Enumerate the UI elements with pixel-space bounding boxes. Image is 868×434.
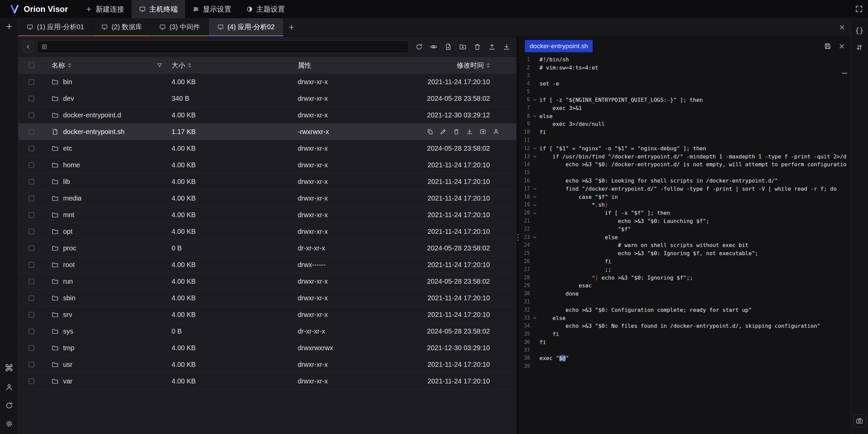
fold-chevron-icon[interactable] <box>530 145 539 153</box>
terminal-icon <box>159 24 166 30</box>
back-button[interactable] <box>22 41 34 53</box>
copy-icon[interactable] <box>427 128 433 135</box>
close-editor-icon[interactable] <box>838 43 845 50</box>
fold-chevron-icon[interactable] <box>530 209 539 217</box>
code-editor[interactable]: 1#!/bin/sh2# vim:sw=4:ts=4:et34set -e56i… <box>520 56 850 434</box>
file-row[interactable]: home4.00 KBdrwxr-xr-x2021-11-24 17:20:10 <box>18 157 516 173</box>
file-row[interactable]: sbin4.00 KBdrwxr-xr-x2021-11-24 17:20:10 <box>18 290 516 306</box>
close-panel-icon[interactable] <box>839 24 846 31</box>
download-icon[interactable] <box>466 128 473 135</box>
new-tab-plus-icon[interactable] <box>5 18 13 31</box>
row-checkbox[interactable] <box>28 229 34 234</box>
file-row[interactable]: etc4.00 KBdrwxr-xr-x2024-05-28 23:58:02 <box>18 140 516 157</box>
file-row[interactable]: sys0 Bdr-xr-xr-x2024-05-28 23:58:02 <box>18 323 516 340</box>
sort-mtime-icon[interactable] <box>487 63 490 68</box>
sort-name-icon[interactable] <box>68 63 71 68</box>
row-checkbox[interactable] <box>28 262 34 268</box>
fold-chevron-icon[interactable] <box>530 96 539 104</box>
row-checkbox[interactable] <box>28 129 34 135</box>
filter-funnel-icon[interactable] <box>156 62 163 69</box>
fold-chevron-icon[interactable] <box>530 201 539 209</box>
row-checkbox[interactable] <box>28 96 34 101</box>
file-row[interactable]: docker-entrypoint.sh1.17 KB-rwxrwxr-x <box>18 124 516 140</box>
file-row[interactable]: var4.00 KBdrwxr-xr-x2021-11-24 17:20:10 <box>18 373 516 390</box>
line-number: 33 <box>520 314 530 322</box>
fold-chevron-icon[interactable] <box>530 112 539 120</box>
folder-icon <box>52 344 59 352</box>
add-tab-plus-icon[interactable] <box>283 18 300 36</box>
path-input-field[interactable] <box>51 43 405 51</box>
terminal-tab[interactable]: (3) 中间件 <box>151 18 209 36</box>
screenshot-camera-icon[interactable] <box>853 414 866 427</box>
new-folder-icon[interactable] <box>459 43 467 51</box>
terminal-tab[interactable]: (1) 应用-分析01 <box>18 18 93 36</box>
nav-item-display-settings[interactable]: 显示设置 <box>185 0 239 18</box>
terminal-tab[interactable]: (4) 应用-分析02 <box>209 18 283 36</box>
delete-icon[interactable] <box>453 128 460 135</box>
sync-icon[interactable] <box>5 401 13 410</box>
permission-icon[interactable] <box>493 128 499 135</box>
row-checkbox[interactable] <box>28 245 34 251</box>
nav-item-theme-settings[interactable]: 主题设置 <box>239 0 292 18</box>
file-row[interactable]: lib4.00 KBdrwxr-xr-x2021-11-24 17:20:10 <box>18 173 516 190</box>
row-checkbox[interactable] <box>28 345 34 351</box>
nav-item-new-connection[interactable]: 新建连接 <box>78 0 132 18</box>
save-icon[interactable] <box>824 42 831 50</box>
file-row[interactable]: usr4.00 KBdrwxr-xr-x2021-11-24 17:20:10 <box>18 356 516 373</box>
row-checkbox[interactable] <box>28 146 34 151</box>
file-row[interactable]: srv4.00 KBdrwxr-xr-x2021-11-24 17:20:10 <box>18 306 516 323</box>
file-row[interactable]: proc0 Bdr-xr-xr-x2024-05-28 23:58:02 <box>18 240 516 257</box>
row-checkbox[interactable] <box>28 195 34 201</box>
move-icon[interactable] <box>479 128 486 135</box>
row-checkbox[interactable] <box>28 328 34 334</box>
fold-chevron-icon[interactable] <box>530 314 539 322</box>
file-row[interactable]: media4.00 KBdrwxr-xr-x2021-11-24 17:20:1… <box>18 190 516 207</box>
fold-chevron-icon[interactable] <box>530 233 539 242</box>
fullscreen-icon[interactable] <box>855 5 868 13</box>
user-icon[interactable] <box>5 383 13 391</box>
row-checkbox[interactable] <box>28 295 34 301</box>
refresh-icon[interactable] <box>415 43 423 51</box>
braces-icon[interactable]: {} <box>855 26 864 35</box>
fold-chevron-icon[interactable] <box>530 153 539 161</box>
path-input[interactable] <box>37 41 409 53</box>
file-row[interactable]: docker-entrypoint.d4.00 KBdrwxr-xr-x2021… <box>18 107 516 124</box>
row-checkbox[interactable] <box>28 312 34 318</box>
row-checkbox[interactable] <box>28 112 34 118</box>
nav-item-host-terminal[interactable]: 主机终端 <box>132 0 185 18</box>
terminal-tab[interactable]: (2) 数据库 <box>93 18 151 36</box>
file-row[interactable]: dev340 Bdrwxr-xr-x2024-05-28 23:58:02 <box>18 90 516 107</box>
file-row[interactable]: tmp4.00 KBdrwxrwxrwx2021-12-30 03:29:10 <box>18 340 516 356</box>
sort-size-icon[interactable] <box>188 63 191 68</box>
download-icon[interactable] <box>503 43 510 51</box>
select-all-checkbox[interactable] <box>28 62 34 68</box>
sliders-icon <box>193 6 199 13</box>
file-attr: drwx------ <box>295 261 424 269</box>
panel-splitter[interactable] <box>516 37 520 434</box>
row-checkbox[interactable] <box>28 212 34 218</box>
row-checkbox[interactable] <box>28 378 34 384</box>
file-row[interactable]: run4.00 KBdrwxr-xr-x2024-05-28 23:58:02 <box>18 273 516 290</box>
fold-chevron-icon[interactable] <box>530 193 539 201</box>
file-row[interactable]: opt4.00 KBdrwxr-xr-x2021-11-24 17:20:10 <box>18 223 516 240</box>
show-hidden-eye-icon[interactable] <box>430 43 437 51</box>
fold-chevron-icon[interactable] <box>530 185 539 193</box>
edit-icon[interactable] <box>440 128 447 135</box>
editor-file-tab[interactable]: docker-entrypoint.sh <box>525 40 593 52</box>
row-checkbox[interactable] <box>28 279 34 284</box>
file-name: sbin <box>63 294 76 302</box>
upload-icon[interactable] <box>488 43 496 51</box>
new-file-icon[interactable] <box>445 43 452 51</box>
row-checkbox[interactable] <box>28 362 34 367</box>
sftp-file-panel: 名称 大小 属性 修改时间 bin4.00 KBdrwxr-xr-x2021-1… <box>18 37 516 434</box>
row-checkbox[interactable] <box>28 179 34 185</box>
swap-vertical-icon[interactable] <box>855 43 863 51</box>
file-row[interactable]: mnt4.00 KBdrwxr-xr-x2021-11-24 17:20:10 <box>18 207 516 223</box>
keyboard-shortcut-icon[interactable]: ⌘ <box>4 364 14 373</box>
trash-icon[interactable] <box>474 43 481 51</box>
file-row[interactable]: root4.00 KBdrwx------2021-11-24 17:20:10 <box>18 257 516 273</box>
file-row[interactable]: bin4.00 KBdrwxr-xr-x2021-11-24 17:20:10 <box>18 74 516 90</box>
row-checkbox[interactable] <box>28 162 34 168</box>
row-checkbox[interactable] <box>28 79 34 85</box>
gear-icon[interactable] <box>5 420 13 428</box>
